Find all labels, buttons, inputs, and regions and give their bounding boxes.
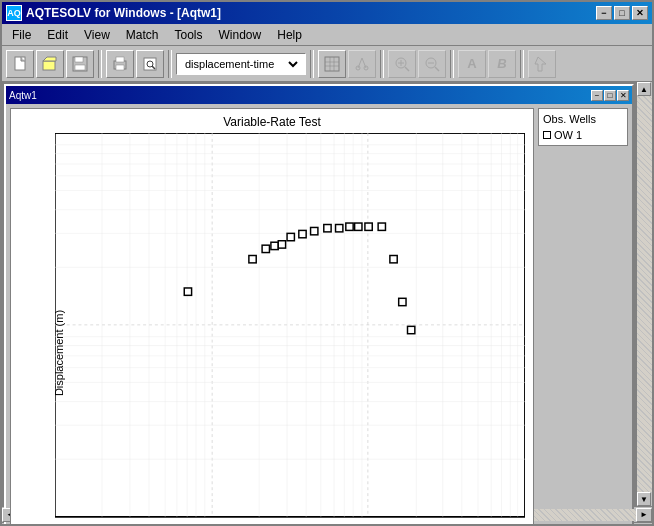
- toolbar-separator-5: [450, 50, 454, 78]
- data-point: [365, 223, 372, 230]
- chart-type-select[interactable]: displacement-time drawdown-time: [181, 57, 301, 71]
- window-controls: − □ ✕: [596, 6, 648, 20]
- preview-button[interactable]: [136, 50, 164, 78]
- toolbar-separator-4: [380, 50, 384, 78]
- toolbar: displacement-time drawdown-time A B: [2, 46, 652, 82]
- legend-area: Obs. Wells OW 1: [538, 108, 628, 526]
- chart-title: Variable-Rate Test: [223, 115, 321, 129]
- minimize-button[interactable]: −: [596, 6, 612, 20]
- title-bar: AQ AQTESOLV for Windows - [Aqtw1] − □ ✕: [2, 2, 652, 24]
- zoom-out-button[interactable]: [418, 50, 446, 78]
- chart-svg: 10. 1. 0.1 1. 10. 100. 1000.: [55, 133, 525, 526]
- mdi-title: Aqtw1: [9, 90, 591, 101]
- cut-button[interactable]: [348, 50, 376, 78]
- vertical-scrollbar[interactable]: ▲ ▼: [636, 82, 652, 506]
- mdi-close-button[interactable]: ✕: [617, 90, 629, 101]
- legend-title: Obs. Wells: [543, 113, 623, 125]
- zoom-in-button[interactable]: [388, 50, 416, 78]
- svg-line-22: [405, 67, 409, 71]
- new-button[interactable]: [6, 50, 34, 78]
- maximize-button[interactable]: □: [614, 6, 630, 20]
- svg-rect-8: [116, 65, 124, 70]
- data-point: [399, 298, 406, 305]
- menu-match[interactable]: Match: [118, 26, 167, 44]
- data-point: [390, 255, 397, 262]
- data-point: [355, 223, 362, 230]
- scroll-down-button[interactable]: ▼: [637, 492, 651, 506]
- data-point: [287, 233, 294, 240]
- legend-item-label: OW 1: [554, 129, 582, 141]
- grid-button[interactable]: [318, 50, 346, 78]
- data-point: [324, 225, 331, 232]
- menu-bar: File Edit View Match Tools Window Help: [2, 24, 652, 46]
- menu-help[interactable]: Help: [269, 26, 310, 44]
- font-a-button[interactable]: A: [458, 50, 486, 78]
- toolbar-separator-3: [310, 50, 314, 78]
- font-b-button[interactable]: B: [488, 50, 516, 78]
- data-point: [346, 223, 353, 230]
- chart-type-dropdown[interactable]: displacement-time drawdown-time: [176, 53, 306, 75]
- data-point: [184, 288, 191, 295]
- menu-file[interactable]: File: [4, 26, 39, 44]
- chart-area: Variable-Rate Test Displacement (m) Time…: [10, 108, 534, 526]
- svg-rect-1: [43, 61, 55, 70]
- svg-marker-28: [535, 57, 546, 71]
- svg-marker-2: [43, 57, 56, 61]
- data-point: [311, 227, 318, 234]
- legend-item: OW 1: [543, 129, 623, 141]
- save-button[interactable]: [66, 50, 94, 78]
- mdi-minimize-button[interactable]: −: [591, 90, 603, 101]
- y-axis-label: Displacement (m): [53, 310, 65, 396]
- data-point: [378, 223, 385, 230]
- arrow-button[interactable]: [528, 50, 556, 78]
- svg-rect-7: [116, 57, 124, 62]
- data-point: [299, 230, 306, 237]
- open-button[interactable]: [36, 50, 64, 78]
- svg-rect-12: [325, 57, 339, 71]
- scroll-up-button[interactable]: ▲: [637, 82, 651, 96]
- menu-tools[interactable]: Tools: [167, 26, 211, 44]
- menu-view[interactable]: View: [76, 26, 118, 44]
- toolbar-separator-6: [520, 50, 524, 78]
- legend-box: Obs. Wells OW 1: [538, 108, 628, 146]
- data-point: [271, 242, 278, 249]
- svg-line-26: [435, 67, 439, 71]
- scroll-right-button[interactable]: ►: [636, 508, 652, 522]
- svg-rect-0: [15, 57, 25, 70]
- mdi-maximize-button[interactable]: □: [604, 90, 616, 101]
- app-icon: AQ: [6, 5, 22, 21]
- menu-window[interactable]: Window: [211, 26, 270, 44]
- data-point: [278, 241, 285, 248]
- legend-symbol: [543, 131, 551, 139]
- close-button[interactable]: ✕: [632, 6, 648, 20]
- data-point: [249, 255, 256, 262]
- toolbar-separator-2: [168, 50, 172, 78]
- scroll-track-vertical: [637, 96, 652, 492]
- app-title: AQTESOLV for Windows - [Aqtw1]: [26, 6, 596, 20]
- svg-rect-4: [75, 57, 83, 62]
- data-point: [262, 245, 269, 252]
- mdi-titlebar: Aqtw1 − □ ✕: [6, 86, 632, 104]
- data-point: [408, 326, 415, 333]
- data-point: [336, 225, 343, 232]
- menu-edit[interactable]: Edit: [39, 26, 76, 44]
- print-button[interactable]: [106, 50, 134, 78]
- toolbar-separator-1: [98, 50, 102, 78]
- svg-rect-5: [75, 65, 85, 70]
